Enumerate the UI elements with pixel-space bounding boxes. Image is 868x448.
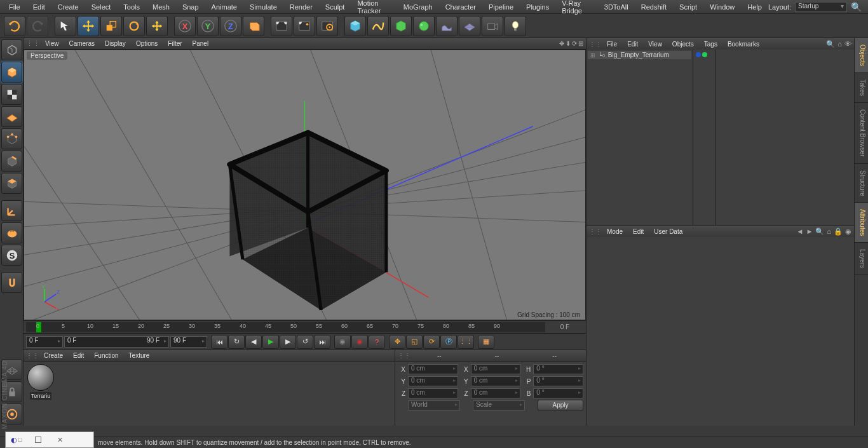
mat-menu-function[interactable]: Function [89, 351, 123, 360]
tab-structure[interactable]: Structure [855, 164, 868, 203]
menu-character[interactable]: Character [439, 1, 482, 13]
menu-plugins[interactable]: Plugins [520, 1, 555, 13]
attr-home-icon[interactable]: ⌂ [827, 227, 831, 236]
search-icon[interactable]: 🔍 [851, 2, 862, 12]
axis-button[interactable] [1, 200, 22, 221]
tab-attributes[interactable]: Attributes [855, 203, 868, 243]
y-axis-button[interactable]: Y [197, 16, 219, 36]
obj-menu-view[interactable]: View [643, 40, 667, 48]
x-axis-button[interactable]: X [174, 16, 196, 36]
rotate-button[interactable] [123, 16, 145, 36]
obj-menu-bookmarks[interactable]: Bookmarks [722, 40, 764, 48]
add-cube-button[interactable] [344, 16, 366, 36]
menu-mograph[interactable]: MoGraph [397, 1, 439, 13]
obj-home-icon[interactable]: ⌂ [837, 40, 842, 48]
snap-toggle-button[interactable]: S [1, 245, 22, 266]
key-button[interactable]: ? [369, 335, 385, 349]
menu-window[interactable]: Window [703, 1, 741, 13]
object-tree-item[interactable]: ⊞ └○ Big_Empty_Terrarium [588, 51, 691, 59]
attr-search-icon[interactable]: 🔍 [815, 227, 824, 236]
vp-menu-options[interactable]: Options [131, 39, 163, 48]
material-name-label[interactable]: Terrariu [30, 392, 52, 400]
render-picture-button[interactable] [294, 16, 315, 36]
magnet-button[interactable] [1, 272, 22, 293]
goto-start-button[interactable]: ⏮ [211, 335, 227, 349]
taskbar-window-icon[interactable] [27, 432, 49, 447]
scale-button[interactable] [100, 16, 122, 36]
record-button[interactable]: ◉ [334, 335, 351, 349]
model-mode-button[interactable] [1, 62, 22, 83]
apply-button[interactable]: Apply [538, 400, 583, 411]
loop-button[interactable]: ↻ [228, 335, 245, 349]
menu-snap[interactable]: Snap [176, 1, 205, 13]
add-generator-button[interactable] [390, 16, 412, 36]
goto-key-button[interactable]: ↺ [297, 335, 313, 349]
coord-mode-world[interactable]: World [408, 400, 460, 411]
vp-menu-cameras[interactable]: Cameras [64, 39, 100, 48]
next-frame-button[interactable]: ▶ [280, 335, 296, 349]
pos-y-field[interactable]: 0 cm [408, 376, 458, 386]
add-spline-button[interactable] [367, 16, 389, 36]
mat-menu-create[interactable]: Create [39, 351, 68, 360]
key-scale-button[interactable]: ◱ [406, 335, 423, 349]
render-settings-button[interactable] [316, 16, 338, 36]
size-y-field[interactable]: 0 cm [471, 376, 521, 386]
freeform-button[interactable] [146, 16, 168, 36]
visibility-editor-flag[interactable] [696, 52, 701, 57]
visibility-render-flag[interactable] [702, 52, 707, 57]
goto-end-button[interactable]: ⏭ [314, 335, 330, 349]
vp-menu-display[interactable]: Display [100, 39, 131, 48]
redo-button[interactable] [27, 16, 48, 36]
vp-menu-filter[interactable]: Filter [163, 39, 187, 48]
menu-redshift[interactable]: Redshift [635, 1, 673, 13]
key-param-button[interactable]: Ⓟ [440, 335, 457, 349]
attr-menu-userdata[interactable]: User Data [649, 227, 688, 236]
rot-p-field[interactable]: 0 ° [533, 376, 583, 386]
menu-sculpt[interactable]: Sculpt [319, 1, 351, 13]
attr-nav-fwd-icon[interactable]: ► [806, 227, 813, 236]
menu-help[interactable]: Help [741, 1, 768, 13]
range-field[interactable]: 0 F90 F [64, 336, 169, 348]
add-light-button[interactable] [505, 16, 526, 36]
film-button[interactable]: ▦ [478, 335, 494, 349]
key-pos-button[interactable]: ✥ [389, 335, 405, 349]
pos-x-field[interactable]: 0 cm [408, 364, 458, 374]
object-name-label[interactable]: Big_Empty_Terrarium [608, 51, 669, 58]
mat-menu-texture[interactable]: Texture [124, 351, 155, 360]
menu-simulate[interactable]: Simulate [243, 1, 283, 13]
tab-layers[interactable]: Layers [855, 243, 868, 275]
edge-mode-button[interactable] [1, 151, 22, 172]
obj-search-icon[interactable]: 🔍 [826, 40, 835, 48]
menu-edit[interactable]: Edit [27, 1, 51, 13]
coord-mode-scale[interactable]: Scale [473, 400, 525, 411]
attr-lock-icon[interactable]: 🔒 [834, 227, 843, 236]
obj-menu-tags[interactable]: Tags [699, 40, 722, 48]
render-view-button[interactable] [271, 16, 292, 36]
coord-system-button[interactable] [243, 16, 264, 36]
obj-eye-icon[interactable]: 👁 [844, 40, 851, 48]
prev-frame-button[interactable]: ◀ [245, 335, 262, 349]
size-x-field[interactable]: 0 cm [471, 364, 521, 374]
attr-new-icon[interactable]: ◉ [845, 227, 851, 236]
workplane-button[interactable] [1, 106, 22, 127]
add-camera-button[interactable] [482, 16, 503, 36]
attr-menu-edit[interactable]: Edit [628, 227, 649, 236]
key-rot-button[interactable]: ⟳ [423, 335, 440, 349]
tab-takes[interactable]: Takes [855, 73, 868, 103]
obj-menu-file[interactable]: File [602, 40, 622, 48]
menu-vraybridge[interactable]: V-Ray Bridge [555, 0, 598, 17]
vp-rotate-icon[interactable]: ⟳ [572, 40, 577, 47]
tab-content-browser[interactable]: Content Browser [855, 103, 868, 163]
menu-render[interactable]: Render [283, 1, 319, 13]
z-axis-button[interactable]: Z [220, 16, 241, 36]
expand-icon[interactable]: ⊞ [590, 52, 595, 58]
tweak-button[interactable] [1, 222, 22, 243]
layout-dropdown[interactable]: Startup [795, 2, 847, 12]
taskbar-app-icon[interactable]: ◐☐ [6, 432, 27, 447]
timeline[interactable]: 0 5 10 15 20 25 30 35 40 45 50 55 60 65 … [24, 320, 586, 333]
menu-motiontracker[interactable]: Motion Tracker [351, 0, 397, 17]
end-frame-field[interactable]: 90 F [170, 336, 207, 348]
menu-3dtoall[interactable]: 3DToAll [598, 1, 635, 13]
menu-script[interactable]: Script [673, 1, 703, 13]
tab-objects[interactable]: Objects [855, 38, 868, 73]
